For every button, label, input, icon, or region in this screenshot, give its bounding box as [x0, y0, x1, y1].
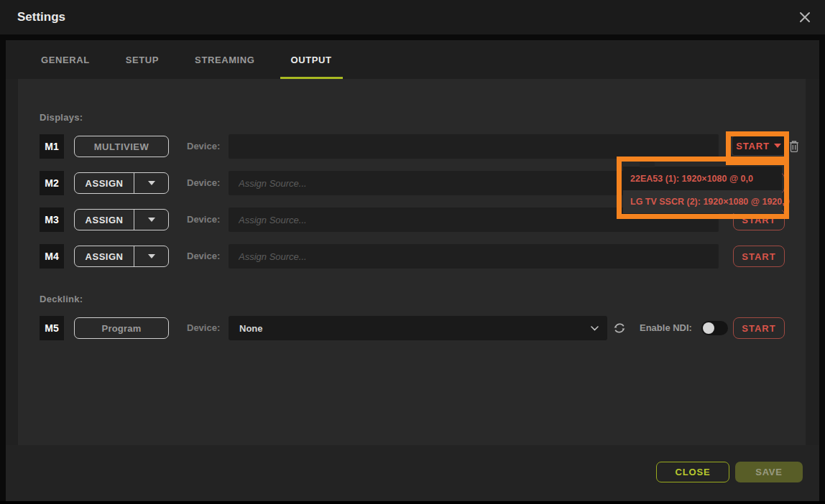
caret-down-icon[interactable] — [134, 181, 168, 185]
tab-streaming[interactable]: STREAMING — [184, 40, 265, 79]
program-button[interactable]: Program — [74, 317, 169, 339]
assign-button-m3[interactable]: ASSIGN — [74, 209, 169, 230]
assign-button-m2[interactable]: ASSIGN — [74, 172, 169, 194]
output-settings-panel: Displays: M1 MULTIVIEW Device: START M2 — [18, 79, 806, 445]
tab-output[interactable]: OUTPUT — [280, 40, 343, 79]
displays-section-label: Displays: — [40, 112, 83, 123]
caret-down-icon[interactable] — [134, 254, 168, 258]
assign-label: ASSIGN — [75, 251, 134, 262]
start-label: START — [736, 141, 769, 151]
device-label: Device: — [187, 134, 220, 159]
dropdown-item-display-1[interactable]: 22EA53 (1): 1920×1080 @ 0,0 — [623, 167, 782, 190]
title-bar: Settings — [0, 0, 825, 34]
device-input-m4[interactable] — [229, 244, 719, 269]
monitor-badge-m5: M5 — [40, 316, 64, 340]
refresh-devices-icon[interactable] — [612, 321, 627, 335]
dropdown-notch — [640, 162, 655, 167]
monitor-badge-m4: M4 — [40, 244, 64, 269]
device-label: Device: — [187, 316, 220, 340]
dialog-footer: CLOSE SAVE — [6, 445, 819, 501]
trash-icon[interactable] — [788, 139, 801, 154]
select-value: None — [239, 323, 591, 334]
device-input-m1[interactable] — [229, 134, 719, 159]
start-button-m5[interactable]: START — [733, 317, 785, 339]
monitor-badge-m2: M2 — [40, 171, 64, 195]
device-label: Device: — [187, 207, 220, 232]
start-button-m4[interactable]: START — [733, 246, 785, 267]
enable-ndi-label: Enable NDI: — [640, 316, 692, 340]
monitor-badge-m3: M3 — [40, 207, 64, 232]
assign-button-m4[interactable]: ASSIGN — [74, 246, 169, 267]
tab-bar: GENERAL SETUP STREAMING OUTPUT — [6, 40, 819, 79]
decklink-section-label: Decklink: — [40, 294, 83, 304]
assign-label: ASSIGN — [75, 178, 134, 189]
bottom-border — [0, 501, 825, 504]
decklink-device-select[interactable]: None — [229, 316, 607, 340]
caret-down-icon[interactable] — [134, 218, 168, 222]
multiview-button[interactable]: MULTIVIEW — [74, 136, 169, 157]
caret-down-icon — [774, 144, 781, 148]
settings-dialog: Settings GENERAL SETUP STREAMING OUTPUT … — [0, 0, 825, 504]
monitor-badge-m1: M1 — [40, 134, 64, 159]
tab-setup[interactable]: SETUP — [115, 40, 170, 79]
assign-label: ASSIGN — [75, 215, 134, 225]
chevron-down-icon — [591, 326, 599, 331]
dropdown-item-display-2[interactable]: LG TV SSCR (2): 1920×1080 @ 1920,0 — [623, 190, 782, 213]
save-button[interactable]: SAVE — [735, 462, 803, 482]
dialog-title: Settings — [17, 0, 65, 34]
close-button[interactable]: CLOSE — [656, 462, 729, 482]
toggle-knob — [703, 322, 714, 334]
close-icon[interactable] — [796, 9, 814, 26]
tab-general[interactable]: GENERAL — [30, 40, 101, 79]
enable-ndi-toggle[interactable] — [701, 321, 728, 335]
start-dropdown-button-m1[interactable]: START — [732, 136, 785, 156]
display-output-dropdown-menu: 22EA53 (1): 1920×1080 @ 0,0 LG TV SSCR (… — [623, 167, 782, 213]
device-label: Device: — [187, 244, 220, 269]
device-label: Device: — [187, 171, 220, 195]
